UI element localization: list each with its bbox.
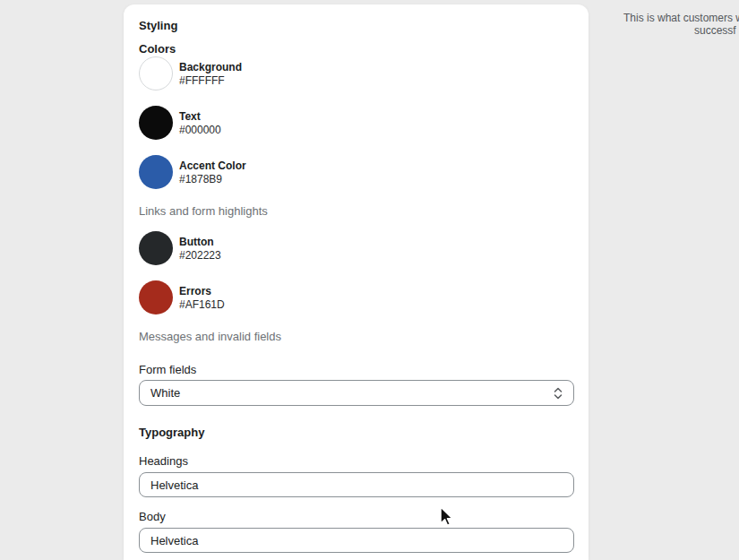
swatch-hex: #AF161D: [179, 298, 225, 311]
styling-panel: Styling Colors Background #FFFFFF Text #…: [124, 4, 589, 560]
form-fields-select[interactable]: White: [139, 380, 574, 406]
color-row-background[interactable]: Background #FFFFFF: [139, 56, 574, 90]
background-color-swatch[interactable]: [139, 56, 173, 90]
color-row-errors[interactable]: Errors #AF161D: [139, 280, 574, 314]
swatch-label: Text: [179, 110, 221, 124]
text-color-swatch[interactable]: [139, 106, 173, 140]
form-fields-label: Form fields: [139, 363, 574, 377]
button-color-swatch[interactable]: [139, 231, 173, 265]
preview-caption-line1: This is what customers w: [623, 12, 739, 24]
swatch-label: Background: [179, 61, 242, 74]
swatch-meta: Accent Color #1878B9: [179, 159, 246, 185]
swatch-meta: Errors #AF161D: [179, 285, 225, 311]
body-font-input[interactable]: [139, 528, 574, 553]
swatch-meta: Text #000000: [179, 110, 221, 136]
headings-label: Headings: [139, 454, 574, 469]
swatch-hex: #000000: [179, 124, 221, 136]
swatch-label: Accent Color: [179, 159, 246, 173]
updown-stepper-icon: [553, 386, 563, 401]
swatch-label: Errors: [179, 285, 225, 298]
preview-caption-line2: successf: [694, 24, 736, 37]
swatch-meta: Background #FFFFFF: [179, 61, 242, 87]
links-highlights-caption: Links and form highlights: [139, 204, 574, 219]
errors-color-swatch[interactable]: [139, 280, 173, 314]
colors-section-title: Colors: [139, 42, 574, 56]
color-row-accent[interactable]: Accent Color #1878B9: [139, 155, 574, 189]
body-label: Body: [139, 510, 574, 524]
typography-section-title: Typography: [139, 426, 574, 440]
headings-font-input[interactable]: [139, 472, 574, 497]
swatch-hex: #202223: [179, 249, 221, 262]
panel-title: Styling: [139, 19, 574, 33]
swatch-hex: #FFFFFF: [179, 74, 242, 87]
accent-color-swatch[interactable]: [139, 155, 173, 189]
swatch-label: Button: [179, 236, 221, 249]
color-row-text[interactable]: Text #000000: [139, 106, 574, 140]
form-fields-selected-value: White: [150, 386, 180, 400]
color-row-button[interactable]: Button #202223: [139, 231, 574, 265]
messages-invalid-caption: Messages and invalid fields: [139, 330, 574, 344]
swatch-hex: #1878B9: [179, 173, 246, 185]
swatch-meta: Button #202223: [179, 236, 221, 262]
screen: { "theme": { "page_bg": "#ebebeb", "pane…: [0, 0, 739, 560]
